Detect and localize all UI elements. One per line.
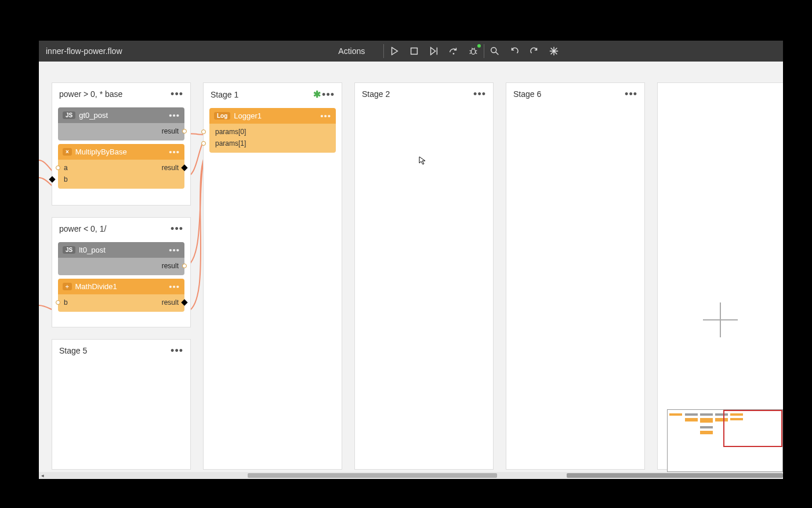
stage-menu-icon[interactable]: •••: [171, 89, 183, 99]
minimap-node: [669, 413, 682, 416]
step-icon[interactable]: [428, 45, 440, 57]
run-controls: [389, 45, 479, 57]
svg-line-7: [476, 53, 477, 54]
node-math-divide[interactable]: ÷ MathDivide1 ••• b result: [58, 279, 184, 312]
node-menu-icon[interactable]: •••: [169, 282, 180, 291]
stage-menu-icon[interactable]: •••: [625, 89, 637, 99]
port-connector-icon[interactable]: [201, 129, 206, 134]
svg-line-6: [470, 53, 472, 54]
svg-line-9: [474, 48, 475, 49]
stage-menu-icon[interactable]: •••: [171, 345, 183, 356]
stop-icon[interactable]: [408, 45, 420, 57]
minimap-node: [700, 426, 713, 428]
stage-title: Stage 2: [362, 89, 473, 99]
node-multiply-by-base[interactable]: × MultiplyByBase ••• a result: [58, 144, 184, 189]
svg-line-8: [472, 48, 473, 49]
stage-menu-icon[interactable]: •••: [473, 89, 486, 99]
step-over-icon[interactable]: [448, 45, 459, 57]
minimap[interactable]: [667, 409, 783, 472]
add-stage-button[interactable]: [700, 300, 741, 340]
port-connector-icon[interactable]: [182, 264, 187, 268]
file-title: inner-flow-power.flow: [46, 46, 122, 56]
stage-1[interactable]: Stage 1 ✱ ••• Log Logger1 ••• params[0]: [203, 82, 342, 470]
output-port-result[interactable]: result: [58, 260, 184, 272]
node-logger[interactable]: Log Logger1 ••• params[0] params[1]: [209, 108, 336, 153]
toolbar-separator-2: [484, 44, 484, 58]
output-port-result[interactable]: result: [58, 125, 184, 137]
redo-icon[interactable]: [528, 45, 540, 57]
svg-point-10: [491, 48, 496, 53]
input-port-params0[interactable]: params[0]: [209, 126, 336, 138]
svg-point-2: [453, 53, 455, 55]
canvas[interactable]: power > 0, * base ••• JS gt0_post ••• re…: [39, 62, 783, 479]
port-label: result: [162, 127, 179, 135]
port-connector-icon[interactable]: [182, 129, 187, 134]
stage-title: power > 0, * base: [59, 89, 171, 99]
breakpoint-star-icon[interactable]: ✱: [313, 89, 321, 100]
play-icon[interactable]: [389, 45, 400, 57]
app-frame: inner-flow-power.flow Actions: [39, 41, 783, 479]
node-menu-icon[interactable]: •••: [169, 111, 180, 120]
scroll-thumb[interactable]: [248, 473, 497, 478]
port-label-result: result: [162, 298, 179, 307]
actions-menu[interactable]: Actions: [338, 46, 367, 56]
minimap-viewport[interactable]: [723, 410, 782, 447]
port-label: params[1]: [215, 139, 246, 147]
stage-power-lt0[interactable]: power < 0, 1/ ••• JS lt0_post ••• result: [52, 217, 191, 327]
stage-5[interactable]: Stage 5 •••: [52, 339, 191, 470]
svg-line-4: [470, 51, 472, 51]
port-label-result: result: [162, 164, 179, 172]
input-port-b[interactable]: b: [58, 174, 184, 185]
node-name: Logger1: [234, 111, 317, 120]
minimap-node: [700, 431, 713, 434]
search-icon[interactable]: [489, 45, 501, 57]
node-type-badge: ÷: [63, 283, 72, 290]
port-label: b: [64, 175, 68, 183]
svg-line-5: [476, 51, 477, 51]
debug-icon[interactable]: [467, 45, 479, 57]
stage-power-gt0[interactable]: power > 0, * base ••• JS gt0_post ••• re…: [52, 82, 191, 206]
port-row-b-result: b result: [58, 297, 184, 308]
port-label-a: a: [64, 164, 68, 172]
stage-6[interactable]: Stage 6 •••: [506, 82, 645, 470]
node-name: lt0_post: [79, 246, 165, 254]
node-type-badge: ×: [63, 148, 72, 156]
minimap-node: [700, 418, 713, 423]
star-icon[interactable]: [548, 45, 560, 57]
undo-icon[interactable]: [509, 45, 520, 57]
input-port-connector-icon[interactable]: [56, 300, 60, 305]
port-label-b: b: [64, 298, 68, 307]
horizontal-scrollbar[interactable]: ◂: [39, 472, 783, 479]
plus-icon: [700, 300, 741, 340]
output-port-connector-icon[interactable]: [181, 299, 187, 305]
node-menu-icon[interactable]: •••: [169, 246, 180, 254]
scroll-left-icon[interactable]: ◂: [39, 472, 46, 479]
debug-active-indicator: [477, 44, 481, 48]
node-header: Log Logger1 •••: [209, 108, 336, 124]
node-name: MultiplyByBase: [75, 147, 165, 156]
stage-header: power < 0, 1/ •••: [52, 218, 190, 239]
stage-title: power < 0, 1/: [59, 224, 171, 233]
toolbar-separator: [383, 44, 384, 58]
minimap-node: [685, 413, 698, 416]
port-connector-icon[interactable]: [49, 176, 55, 182]
node-menu-icon[interactable]: •••: [169, 147, 180, 156]
scroll-thumb-secondary[interactable]: [567, 473, 783, 478]
input-port-connector-icon[interactable]: [56, 165, 60, 170]
svg-point-3: [472, 49, 476, 54]
node-lt0-post[interactable]: JS lt0_post ••• result: [58, 242, 184, 275]
node-menu-icon[interactable]: •••: [320, 111, 331, 120]
port-label: params[0]: [215, 128, 246, 136]
node-gt0-post[interactable]: JS gt0_post ••• result: [58, 107, 184, 140]
actions-label-text: Actions: [338, 46, 365, 56]
node-type-badge: JS: [63, 111, 75, 119]
node-type-badge: Log: [214, 112, 230, 120]
stage-menu-icon[interactable]: •••: [171, 224, 183, 234]
port-connector-icon[interactable]: [201, 141, 206, 146]
output-port-connector-icon[interactable]: [181, 164, 187, 171]
stage-header: Stage 1 ✱ •••: [204, 83, 342, 105]
input-port-params1[interactable]: params[1]: [209, 138, 336, 149]
svg-rect-0: [411, 48, 418, 55]
stage-menu-icon[interactable]: •••: [322, 89, 335, 100]
stage-2[interactable]: Stage 2 •••: [354, 82, 494, 470]
